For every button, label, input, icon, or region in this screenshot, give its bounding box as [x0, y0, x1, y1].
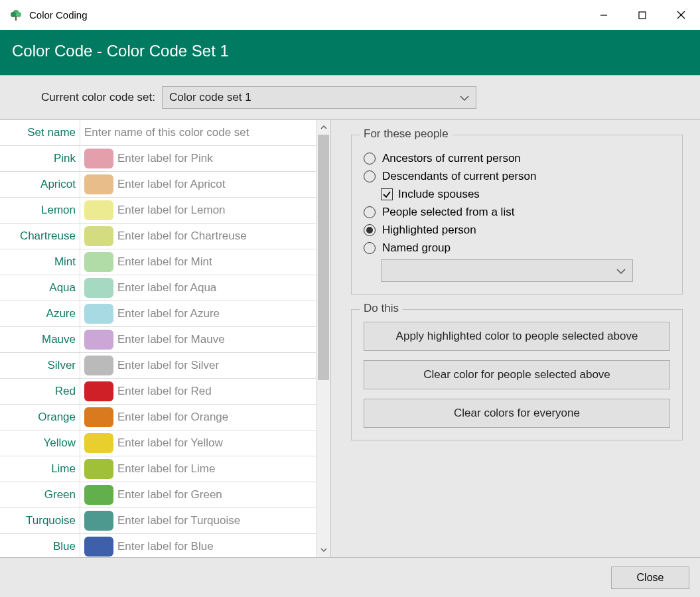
color-label-input[interactable]	[117, 436, 316, 450]
minimize-button[interactable]	[585, 0, 623, 30]
color-label-input[interactable]	[117, 514, 316, 527]
group-title-people: For these people	[360, 127, 453, 141]
color-name-label: Blue	[0, 540, 80, 553]
checkbox-include-spouses[interactable]: Include spouses	[381, 188, 670, 201]
svg-point-1	[11, 12, 16, 17]
color-row: Aqua	[0, 275, 316, 301]
color-swatch[interactable]	[84, 226, 113, 246]
color-name-label: Silver	[0, 359, 80, 372]
clear-selected-button[interactable]: Clear color for people selected above	[364, 360, 670, 389]
chevron-down-icon	[616, 265, 626, 277]
color-name-label: Turquoise	[0, 514, 80, 527]
color-swatch[interactable]	[84, 252, 113, 272]
group-title-do-this: Do this	[360, 302, 403, 315]
close-window-button[interactable]	[662, 0, 700, 30]
svg-rect-5	[639, 12, 646, 19]
color-name-label: Mauve	[0, 333, 80, 346]
color-row: Chartreuse	[0, 224, 316, 249]
radio-highlighted-label: Highlighted person	[382, 224, 476, 237]
color-label-input[interactable]	[117, 152, 316, 165]
checkbox-icon	[381, 188, 393, 200]
color-swatch[interactable]	[84, 278, 113, 298]
color-swatch[interactable]	[84, 433, 113, 453]
color-row: Mint	[0, 249, 316, 275]
color-label-input[interactable]	[117, 333, 316, 346]
color-swatch[interactable]	[84, 485, 113, 505]
color-panel: Set name Pink Apricot Lemon Chartreuse	[0, 120, 330, 557]
color-label-input[interactable]	[117, 178, 316, 191]
clear-all-button[interactable]: Clear colors for everyone	[364, 399, 670, 428]
scroll-up-arrow-icon[interactable]	[316, 120, 330, 135]
color-swatch[interactable]	[84, 149, 113, 168]
color-swatch[interactable]	[84, 511, 113, 531]
radio-icon	[364, 242, 376, 254]
selector-label: Current color code set:	[41, 91, 155, 104]
color-name-label: Lemon	[0, 204, 80, 217]
radio-named-group[interactable]: Named group	[364, 241, 670, 255]
color-row: Orange	[0, 405, 316, 431]
color-label-input[interactable]	[117, 385, 316, 398]
color-swatch[interactable]	[84, 356, 113, 375]
color-label-input[interactable]	[117, 462, 316, 476]
named-group-dropdown[interactable]	[381, 259, 633, 282]
app-icon	[9, 9, 23, 22]
title-bar: Color Coding	[0, 0, 700, 30]
page-header: Color Code - Color Code Set 1	[0, 30, 700, 75]
window-title: Color Coding	[29, 9, 88, 21]
apply-color-button[interactable]: Apply highlighted color to people select…	[364, 322, 670, 351]
footer: Close	[0, 557, 700, 597]
color-set-dropdown[interactable]: Color code set 1	[162, 86, 476, 109]
radio-selected-list[interactable]: People selected from a list	[364, 206, 670, 219]
color-swatch[interactable]	[84, 381, 113, 401]
color-label-input[interactable]	[117, 255, 316, 269]
radio-icon	[364, 224, 376, 236]
right-panel: For these people Ancestors of current pe…	[330, 120, 700, 557]
svg-point-2	[16, 12, 21, 17]
radio-icon	[364, 170, 376, 182]
radio-descendants[interactable]: Descendants of current person	[364, 170, 670, 183]
color-swatch[interactable]	[84, 304, 113, 324]
color-name-label: Pink	[0, 152, 80, 165]
color-row: Blue	[0, 534, 316, 557]
color-swatch[interactable]	[84, 407, 113, 427]
scrollbar-thumb[interactable]	[318, 135, 329, 380]
scroll-down-arrow-icon[interactable]	[316, 543, 330, 557]
color-name-label: Apricot	[0, 178, 80, 191]
color-row: Pink	[0, 146, 316, 172]
scrollbar[interactable]	[316, 120, 330, 557]
color-row: Yellow	[0, 431, 316, 456]
color-swatch[interactable]	[84, 200, 113, 220]
color-label-input[interactable]	[117, 540, 316, 553]
color-row: Lime	[0, 456, 316, 482]
color-row: Red	[0, 379, 316, 405]
close-button[interactable]: Close	[611, 566, 689, 589]
radio-ancestors-label: Ancestors of current person	[382, 152, 521, 165]
color-swatch[interactable]	[84, 330, 113, 350]
set-name-row: Set name	[0, 120, 316, 146]
maximize-button[interactable]	[623, 0, 662, 30]
color-label-input[interactable]	[117, 204, 316, 217]
color-row: Green	[0, 482, 316, 508]
radio-highlighted[interactable]: Highlighted person	[364, 224, 670, 237]
color-label-input[interactable]	[117, 230, 316, 243]
color-swatch[interactable]	[84, 537, 113, 557]
color-name-label: Lime	[0, 462, 80, 476]
color-swatch[interactable]	[84, 174, 113, 194]
radio-icon	[364, 206, 376, 218]
color-row: Lemon	[0, 198, 316, 224]
main-area: Set name Pink Apricot Lemon Chartreuse	[0, 120, 700, 557]
color-name-label: Aqua	[0, 281, 80, 295]
chevron-down-icon	[460, 92, 469, 103]
color-swatch[interactable]	[84, 459, 113, 479]
color-label-input[interactable]	[117, 488, 316, 501]
checkbox-spouses-label: Include spouses	[398, 188, 480, 201]
color-label-input[interactable]	[117, 281, 316, 295]
color-row: Silver	[0, 353, 316, 379]
color-label-input[interactable]	[117, 359, 316, 372]
color-name-label: Red	[0, 385, 80, 398]
selector-bar: Current color code set: Color code set 1	[0, 75, 700, 120]
radio-ancestors[interactable]: Ancestors of current person	[364, 152, 670, 165]
color-label-input[interactable]	[117, 307, 316, 320]
color-label-input[interactable]	[117, 411, 316, 424]
set-name-input[interactable]	[84, 126, 316, 139]
